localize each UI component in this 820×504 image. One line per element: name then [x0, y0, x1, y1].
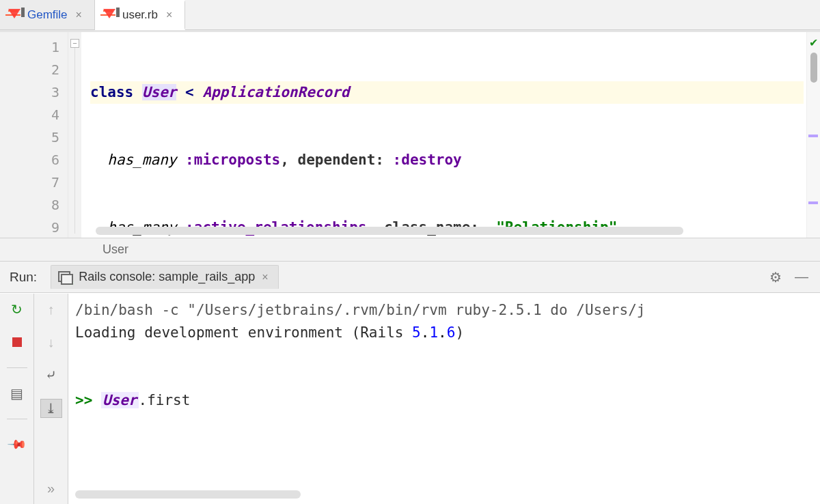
console-line: Loading development environment (Rails 5… [75, 322, 810, 344]
editor-horizontal-scrollbar[interactable] [96, 227, 683, 235]
editor[interactable]: 1 2 3 4 5 6 7 8 9 − class User < Applica… [0, 32, 820, 238]
tab-gemfile[interactable]: Gemfile × [0, 0, 95, 29]
code-area[interactable]: class User < ApplicationRecord has_many … [82, 32, 820, 238]
run-label: Run: [10, 270, 37, 285]
separator [7, 367, 27, 368]
console-line: /bin/bash -c "/Users/jetbrains/.rvm/bin/… [75, 299, 810, 322]
console-icon [58, 271, 72, 283]
close-icon[interactable]: × [74, 8, 83, 22]
more-icon[interactable]: » [41, 479, 62, 497]
gear-icon[interactable]: ⚙ [767, 268, 784, 286]
fold-handle-icon[interactable]: − [70, 39, 79, 48]
marker[interactable] [808, 201, 818, 204]
line-number: 7 [0, 171, 59, 194]
fold-guide [74, 48, 75, 234]
editor-gutter: 1 2 3 4 5 6 7 8 9 [0, 32, 68, 238]
console-output[interactable]: /bin/bash -c "/Users/jetbrains/.rvm/bin/… [68, 294, 820, 504]
run-toolwindow-body: ↻ ▤ 📌 ↑ ↓ ⤶ ⤓ » /bin/bash -c "/Users/jet… [0, 293, 820, 504]
console-input-line[interactable]: >> User.first [75, 389, 810, 412]
down-arrow-icon[interactable]: ↓ [41, 333, 62, 351]
editor-vertical-scrollbar[interactable] [810, 53, 817, 83]
line-number: 2 [0, 59, 59, 81]
rerun-button[interactable]: ↻ [7, 300, 27, 318]
inspection-ok-icon: ✔ [809, 36, 818, 49]
console-line [75, 367, 810, 389]
code-line: has_many :microposts, dependent: :destro… [90, 149, 820, 171]
separator [7, 419, 27, 419]
run-tab-label: Rails console: sample_rails_app [79, 270, 255, 284]
run-toolbar-secondary: ↑ ↓ ⤶ ⤓ » [34, 294, 68, 504]
editor-tabbar: Gemfile × user.rb × [0, 0, 820, 30]
fold-column: − [68, 32, 82, 238]
minimize-icon[interactable]: — [793, 268, 810, 286]
close-icon[interactable]: × [262, 271, 268, 283]
close-icon[interactable]: × [165, 8, 174, 22]
run-toolbar-primary: ↻ ▤ 📌 [0, 294, 34, 504]
line-number: 8 [0, 194, 59, 216]
stop-button[interactable] [7, 333, 27, 351]
console-horizontal-scrollbar[interactable] [75, 490, 301, 499]
editor-marker-stripe[interactable]: ✔ [806, 32, 820, 238]
code-line: class User < ApplicationRecord [90, 81, 804, 104]
line-number: 4 [0, 104, 59, 126]
console-line [75, 344, 810, 367]
pin-icon[interactable]: 📌 [3, 431, 31, 458]
run-toolwindow-header: Run: Rails console: sample_rails_app × ⚙… [0, 262, 820, 293]
breadcrumb-item[interactable]: User [102, 242, 128, 257]
line-number: 5 [0, 126, 59, 149]
tab-label: Gemfile [27, 8, 68, 22]
line-number: 1 [0, 36, 59, 59]
marker[interactable] [808, 135, 818, 137]
scroll-to-end-icon[interactable]: ⤓ [40, 399, 62, 418]
line-number: 3 [0, 81, 59, 104]
run-tab-rails-console[interactable]: Rails console: sample_rails_app × [51, 265, 278, 289]
up-arrow-icon[interactable]: ↑ [41, 300, 62, 318]
tab-user-rb[interactable]: user.rb × [95, 0, 185, 30]
line-number: 6 [0, 149, 59, 171]
line-number: 9 [0, 216, 59, 238]
soft-wrap-icon[interactable]: ⤶ [41, 366, 62, 384]
ruby-icon [103, 9, 115, 21]
tab-label: user.rb [122, 8, 158, 22]
layout-button[interactable]: ▤ [7, 384, 27, 402]
breadcrumb[interactable]: User [0, 238, 820, 262]
ruby-icon [8, 9, 20, 21]
